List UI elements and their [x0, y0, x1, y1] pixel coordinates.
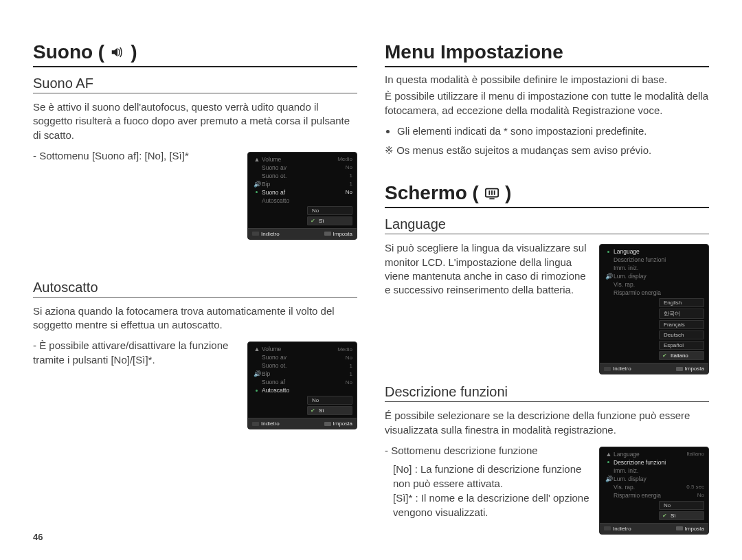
- descrizione-defs: [No] : La funzione di descrizione funzio…: [385, 462, 591, 519]
- definition-line: [Sì]* : Il nome e la descrizione dell' o…: [393, 491, 591, 519]
- menu-row: Risparmio energiaNo: [603, 491, 706, 500]
- menu-row: Autoscatto: [251, 386, 354, 394]
- heading-schermo-text: Schermo (: [385, 182, 479, 204]
- menu-option: 한국어: [659, 309, 704, 319]
- heading-suono-close: ): [131, 41, 137, 63]
- autoscatto-body: Si aziona quando la fotocamera trova aut…: [33, 304, 357, 333]
- heading-schermo-close: ): [505, 182, 511, 204]
- heading-suono: Suono ( ): [33, 41, 357, 67]
- heading-menu-impostazione-text: Menu Impostazione: [385, 41, 563, 63]
- intro-line-1: In questa modalità è possibile definire …: [385, 73, 709, 87]
- descrizione-sublabel: - Sottomenu descrizione funzione: [385, 444, 591, 458]
- right-column: Menu Impostazione In questa modalità è p…: [385, 41, 709, 546]
- menu-footer: IndietroImposta: [248, 228, 357, 239]
- menu-row: Suono ot.1: [251, 172, 354, 180]
- speaker-icon: [110, 45, 125, 60]
- menu-row: ▲VolumeMedio: [251, 345, 354, 353]
- intro-line-2: È possibile utilizzare il menu di impost…: [385, 89, 709, 117]
- menu-option: Deutsch: [659, 331, 704, 339]
- language-body: Si può scegliere la lingua da visualizza…: [385, 241, 591, 297]
- menu-row: Suono afNo: [251, 378, 354, 386]
- menu-row: Vis. rap.0.5 sec: [603, 483, 706, 491]
- menu-row: Imm. iniz.: [603, 264, 706, 272]
- heading-suono-text: Suono (: [33, 41, 104, 63]
- menu-row: 🔊Bip1: [251, 370, 354, 378]
- menu-row: 🔊Bip1: [251, 180, 354, 188]
- menu-row: ▲VolumeMedio: [251, 155, 354, 164]
- menu-row: Suono avNo: [251, 353, 354, 361]
- menu-options: NoSì: [251, 396, 354, 415]
- menu-row: Vis. rap.: [603, 280, 706, 289]
- display-icon: [484, 186, 499, 201]
- definition-line: [No] : La funzione di descrizione funzio…: [393, 462, 591, 491]
- menu-row: Descrizione funzioni: [603, 256, 706, 264]
- descrizione-screenshot: ▲LanguageItalianoDescrizione funzioniImm…: [599, 447, 709, 535]
- menu-option: English: [659, 298, 704, 307]
- menu-row: Suono ot.1: [251, 361, 354, 370]
- menu-footer: IndietroImposta: [600, 523, 708, 534]
- menu-footer: IndietroImposta: [248, 418, 357, 429]
- autoscatto-screenshot: ▲VolumeMedioSuono avNoSuono ot.1🔊Bip1Suo…: [247, 341, 357, 429]
- menu-options: NoSì: [603, 501, 706, 520]
- left-column: Suono ( ) Suono AF Se è attivo il suono …: [33, 41, 357, 546]
- menu-row: Descrizione funzioni: [603, 458, 706, 467]
- menu-options: NoSì: [251, 206, 354, 225]
- menu-options: English한국어FrançaisDeutschEspañolItaliano: [603, 298, 706, 360]
- page-number: 46: [33, 532, 43, 542]
- menu-row: 🔊Lum. display: [603, 272, 706, 280]
- menu-footer: IndietroImposta: [600, 363, 708, 374]
- menu-option: No: [659, 501, 704, 510]
- subheading-language: Language: [385, 216, 709, 234]
- menu-row: Risparmio energia: [603, 289, 706, 297]
- menu-row: Imm. iniz.: [603, 467, 706, 475]
- subheading-descrizione-funzioni: Descrizione funzioni: [385, 384, 709, 402]
- menu-option: Español: [659, 341, 704, 350]
- menu-option: Italiano: [659, 351, 704, 360]
- menu-option: Sì: [307, 406, 352, 415]
- intro-bullet: Gli elementi indicati da * sono impostaz…: [397, 124, 709, 138]
- subheading-suono-af: Suono AF: [33, 76, 357, 93]
- menu-row: ▲LanguageItaliano: [603, 450, 706, 458]
- menu-row: Language: [603, 247, 706, 256]
- menu-option: Français: [659, 320, 704, 329]
- menu-row: Autoscatto: [251, 197, 354, 205]
- subheading-autoscatto: Autoscatto: [33, 280, 357, 298]
- heading-menu-impostazione: Menu Impostazione: [385, 41, 709, 67]
- autoscatto-subnote: - È possibile attivare/disattivare la fu…: [33, 339, 239, 367]
- intro-note: ※ Os menus estão sujeitos a mudanças sem…: [385, 144, 709, 157]
- suono-af-body: Se è attivo il suono dell'autofocus, que…: [33, 100, 357, 142]
- heading-schermo: Schermo ( ): [385, 182, 709, 208]
- menu-option: Sì: [307, 216, 352, 225]
- menu-row: 🔊Lum. display: [603, 475, 706, 483]
- menu-option: Sì: [659, 511, 704, 520]
- descrizione-body: É possibile selezionare se la descrizion…: [385, 409, 709, 437]
- menu-option: No: [307, 206, 352, 215]
- intro-bullet-list: Gli elementi indicati da * sono impostaz…: [385, 124, 709, 138]
- menu-row: Suono avNo: [251, 164, 354, 172]
- menu-row: Suono afNo: [251, 188, 354, 197]
- suono-af-screenshot: ▲VolumeMedioSuono avNoSuono ot.1🔊Bip1Suo…: [247, 152, 357, 240]
- language-screenshot: LanguageDescrizione funzioniImm. iniz.🔊L…: [599, 244, 709, 374]
- menu-option: No: [307, 396, 352, 405]
- suono-af-subnote: - Sottomenu [Suono af]: [No], [Sì]*: [33, 149, 239, 163]
